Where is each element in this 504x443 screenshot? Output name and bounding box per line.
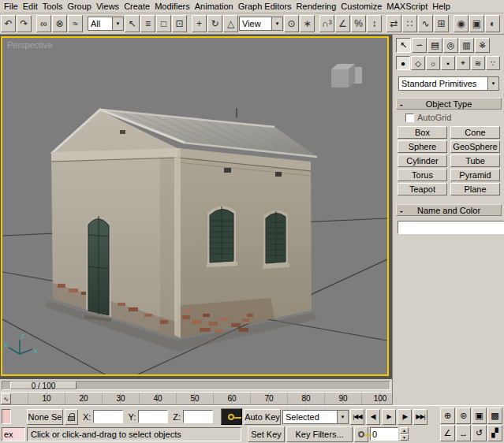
- time-slider-track[interactable]: 0 / 100: [2, 381, 390, 390]
- spinner-snap-button[interactable]: ↕: [367, 15, 382, 32]
- category-shapes[interactable]: ◇: [411, 56, 425, 70]
- sphere-button[interactable]: Sphere: [398, 140, 447, 153]
- current-frame-field[interactable]: [370, 427, 398, 441]
- primitives-dropdown[interactable]: Standard Primitives▼: [398, 76, 499, 91]
- category-helpers[interactable]: ⌖: [456, 56, 470, 70]
- menu-modifiers[interactable]: Modifiers: [152, 1, 192, 12]
- selection-lock-toggle[interactable]: [65, 409, 78, 425]
- menu-edit[interactable]: Edit: [21, 1, 40, 12]
- angle-snap-button[interactable]: ∠: [335, 15, 350, 32]
- tab-motion[interactable]: ◎: [443, 38, 458, 53]
- arc-rotate-button[interactable]: ↺: [472, 425, 487, 441]
- select-and-scale-button[interactable]: △: [223, 15, 238, 32]
- quick-render-button[interactable]: ◐: [485, 15, 500, 32]
- play-button[interactable]: ▶: [382, 409, 396, 425]
- tab-hierarchy[interactable]: ▤: [427, 38, 442, 53]
- tab-utilities[interactable]: ※: [475, 38, 490, 53]
- torus-button[interactable]: Torus: [398, 169, 447, 181]
- snap-toggle-button[interactable]: ∩³: [319, 15, 334, 32]
- render-scene-button[interactable]: ▣: [469, 15, 484, 32]
- go-to-end-button[interactable]: ▶▶|: [413, 409, 427, 425]
- select-and-link-button[interactable]: ∞: [36, 15, 51, 32]
- select-and-move-button[interactable]: +: [192, 15, 207, 32]
- maxscript-mini-listener[interactable]: ex: [2, 427, 25, 441]
- object-name-input[interactable]: [398, 221, 504, 234]
- tab-modify[interactable]: ∽: [412, 38, 427, 53]
- menu-graph-editors[interactable]: Graph Editors: [236, 1, 294, 12]
- next-frame-button[interactable]: |▶: [398, 409, 412, 425]
- key-filters-button[interactable]: Key Filters...: [286, 426, 353, 442]
- time-slider-thumb[interactable]: 0 / 100: [10, 382, 77, 389]
- plane-button[interactable]: Plane: [450, 183, 500, 195]
- select-by-name-button[interactable]: ≡: [140, 15, 155, 32]
- menu-views[interactable]: Views: [94, 1, 121, 12]
- y-coordinate-field[interactable]: [138, 410, 168, 423]
- min-max-toggle-button[interactable]: ▞: [487, 425, 502, 441]
- box-button[interactable]: Box: [398, 126, 447, 139]
- menu-customize[interactable]: Customize: [338, 1, 384, 12]
- cylinder-button[interactable]: Cylinder: [398, 154, 447, 167]
- rectangular-selection-region-button[interactable]: □: [156, 15, 171, 32]
- frame-spinner-up[interactable]: ▲: [400, 427, 409, 434]
- autogrid-checkbox[interactable]: [405, 114, 414, 122]
- background-object[interactable]: [331, 64, 362, 87]
- mini-curve-editor-button[interactable]: ∿: [1, 393, 11, 404]
- selected-filter-dropdown[interactable]: Selected▼: [282, 410, 349, 424]
- menu-maxscript[interactable]: MAXScript: [384, 1, 430, 12]
- field-of-view-button[interactable]: ∠: [440, 425, 455, 441]
- key-mode-toggle-button[interactable]: [354, 426, 368, 442]
- set-key-button[interactable]: Set Key: [248, 426, 285, 442]
- schematic-view-button[interactable]: ⊞: [434, 15, 449, 32]
- selection-filter-dropdown[interactable]: All▼: [88, 17, 124, 31]
- set-keys-button[interactable]: [221, 408, 242, 425]
- select-and-manipulate-button[interactable]: ∗: [300, 15, 315, 32]
- align-button[interactable]: ∷: [402, 15, 417, 32]
- menu-help[interactable]: Help: [430, 1, 453, 12]
- percent-snap-button[interactable]: %: [351, 15, 366, 32]
- category-space-warps[interactable]: ≋: [471, 56, 485, 70]
- curve-editor-button[interactable]: ∿: [418, 15, 433, 32]
- menu-create[interactable]: Create: [121, 1, 152, 12]
- menu-rendering[interactable]: Rendering: [294, 1, 339, 12]
- menu-group[interactable]: Group: [65, 1, 94, 12]
- selection-set-button[interactable]: None Se: [27, 409, 63, 425]
- redo-button[interactable]: ↷: [17, 15, 32, 32]
- select-and-rotate-button[interactable]: ↻: [207, 15, 222, 32]
- unlink-selection-button[interactable]: ⊗: [52, 15, 67, 32]
- tube-button[interactable]: Tube: [450, 154, 500, 167]
- go-to-start-button[interactable]: |◀◀: [350, 409, 364, 425]
- undo-button[interactable]: ↶: [1, 15, 16, 32]
- x-coordinate-field[interactable]: [93, 410, 123, 423]
- pan-button[interactable]: ↔: [456, 425, 471, 441]
- menu-tools[interactable]: Tools: [40, 1, 65, 12]
- zoom-button[interactable]: ⊕: [440, 408, 455, 424]
- geosphere-button[interactable]: GeoSphere: [450, 140, 500, 153]
- previous-frame-button[interactable]: ◀|: [366, 409, 380, 425]
- bind-to-space-warp-button[interactable]: ≈: [68, 15, 83, 32]
- menu-animation[interactable]: Animation: [192, 1, 236, 12]
- category-lights[interactable]: ☼: [426, 56, 440, 70]
- track-bar[interactable]: ∿ 10 20 30 40 50 60 70 80 90 100: [0, 392, 392, 405]
- mirror-button[interactable]: ⇄: [386, 15, 401, 32]
- zoom-extents-button[interactable]: ▣: [472, 408, 487, 424]
- zoom-extents-all-button[interactable]: ▩: [487, 408, 502, 424]
- category-geometry[interactable]: ●: [396, 56, 410, 70]
- object-type-rollout-header[interactable]: - Object Type: [396, 98, 502, 110]
- cone-button[interactable]: Cone: [450, 126, 500, 139]
- tab-display[interactable]: ▥: [459, 38, 474, 53]
- menu-file[interactable]: File: [2, 1, 21, 12]
- pyramid-button[interactable]: Pyramid: [450, 169, 500, 181]
- select-object-button[interactable]: ↖: [125, 15, 140, 32]
- frame-spinner-down[interactable]: ▼: [400, 434, 409, 441]
- name-color-rollout-header[interactable]: - Name and Color: [396, 204, 502, 216]
- reference-coordinate-system-dropdown[interactable]: View▼: [239, 17, 283, 31]
- material-editor-button[interactable]: ◉: [454, 15, 469, 32]
- zoom-all-button[interactable]: ⊚: [456, 408, 471, 424]
- viewport-label[interactable]: Perspective: [7, 40, 52, 50]
- category-systems[interactable]: ∵: [486, 56, 500, 70]
- window-crossing-button[interactable]: ⊡: [172, 15, 187, 32]
- perspective-viewport[interactable]: z x y Perspective: [1, 36, 389, 376]
- use-pivot-point-center-button[interactable]: ⊙: [284, 15, 299, 32]
- house-model[interactable]: [45, 108, 317, 352]
- auto-key-button[interactable]: Auto Key: [244, 409, 281, 425]
